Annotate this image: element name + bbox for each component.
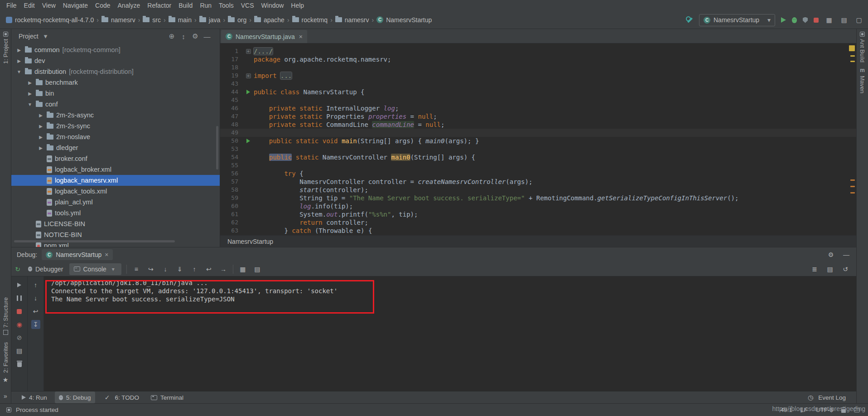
slot-resume[interactable] (15, 281, 24, 290)
line-number[interactable]: 55 (220, 161, 243, 169)
line-number[interactable]: 43 (220, 80, 243, 88)
line-number[interactable]: 62 (220, 218, 243, 227)
slot-trash[interactable] (15, 359, 24, 368)
tree-item-conf[interactable]: ▼conf (11, 99, 220, 110)
code-editor[interactable]: 1+/.../17package org.apache.rocketmq.nam… (220, 44, 856, 235)
debug-view-tab-debugger[interactable]: Debugger (24, 263, 68, 275)
stripe-button-maven[interactable]: mMaven (859, 67, 866, 93)
slot-up[interactable]: ↑ (31, 281, 40, 290)
code-line-59[interactable]: 59 String tip = "The Name Server boot su… (220, 194, 856, 202)
tree-item-dev[interactable]: ▶dev (11, 55, 220, 66)
menu-item-help[interactable]: Help (287, 1, 308, 10)
rerun-icon[interactable]: ↻ (13, 265, 22, 274)
stripe-button-1-project[interactable]: 1: Project (2, 32, 9, 64)
line-number[interactable]: 49 (220, 129, 243, 137)
line-number[interactable]: 58 (220, 186, 243, 194)
fold-gutter-icon[interactable]: + (243, 47, 254, 55)
tree-item-benchmark[interactable]: ▶benchmark (11, 77, 220, 88)
layout-icon[interactable]: ▤ (839, 15, 849, 24)
tree-collapse-icon[interactable]: ▼ (16, 69, 22, 74)
slot-mute[interactable]: ⊘ (15, 333, 24, 342)
tree-item-logback-tools-xml[interactable]: logback_tools.xml (11, 186, 220, 197)
line-number[interactable]: 46 (220, 104, 243, 112)
line-number[interactable]: 59 (220, 194, 243, 202)
tree-item-dledger[interactable]: ▶dledger (11, 142, 220, 153)
code-line-60[interactable]: 60 log.info(tip); (220, 202, 856, 210)
code-line-18[interactable]: 18 (220, 63, 856, 72)
code-line-17[interactable]: 17package org.apache.rocketmq.namesrv; (220, 55, 856, 63)
layout-icon[interactable]: ▤ (825, 265, 834, 274)
tree-expand-icon[interactable]: ▶ (16, 58, 22, 63)
line-number[interactable]: 45 (220, 96, 243, 104)
code-line-55[interactable]: 55 (220, 161, 856, 169)
line-number[interactable]: 56 (220, 169, 243, 178)
more-icon[interactable]: » (1, 392, 10, 401)
tree-item-logback-broker-xml[interactable]: logback_broker.xml (11, 164, 220, 175)
line-number[interactable]: 19 (220, 72, 243, 80)
code-line-58[interactable]: 58 start(controller); (220, 186, 856, 194)
evaluate-icon[interactable]: ▦ (238, 265, 247, 274)
menu-item-file[interactable]: File (3, 1, 20, 10)
tree-item-notice-bin[interactable]: NOTICE-BIN (11, 229, 220, 240)
code-line-49[interactable]: 49 (220, 129, 856, 137)
line-number[interactable]: 50 (220, 137, 243, 145)
debug-button[interactable] (792, 17, 797, 23)
line-number[interactable]: 61 (220, 210, 243, 218)
line-number[interactable]: 60 (220, 202, 243, 210)
grid2-icon[interactable]: ▤ (253, 265, 262, 274)
run-config-select[interactable]: C NamesrvStartup ▾ (699, 14, 775, 26)
tree-item-bin[interactable]: ▶bin (11, 88, 220, 99)
close-icon[interactable]: × (105, 251, 108, 258)
breadcrumb-item-main[interactable]: main (167, 16, 193, 24)
scroll-from-source-icon[interactable]: ↕ (179, 32, 188, 41)
code-line-50[interactable]: 50 public static void main(String[] args… (220, 137, 856, 145)
code-line-62[interactable]: 62 return controller; (220, 218, 856, 227)
tree-expand-icon[interactable]: ▶ (38, 124, 44, 129)
tree-item-plain-acl-yml[interactable]: plain_acl.yml (11, 197, 220, 208)
line-number[interactable]: 63 (220, 227, 243, 235)
tree-item-2m-2s-sync[interactable]: ▶2m-2s-sync (11, 121, 220, 131)
toolwindow-switcher-icon[interactable] (6, 407, 11, 412)
tree-item-2m-noslave[interactable]: ▶2m-noslave (11, 131, 220, 142)
line-number[interactable]: 48 (220, 121, 243, 129)
line-number[interactable]: 18 (220, 63, 243, 72)
breadcrumb-item-namesrvstartup[interactable]: CNamesrvStartup (375, 16, 433, 24)
chevron-down-icon[interactable]: ▾ (41, 32, 50, 41)
code-line-45[interactable]: 45 (220, 96, 856, 104)
menu-item-navigate[interactable]: Navigate (59, 1, 92, 10)
hide-panel-icon[interactable]: — (203, 32, 212, 41)
toolwindow-button-5-debug[interactable]: 5: Debug (55, 392, 95, 403)
code-line-56[interactable]: 56 try { (220, 169, 856, 178)
stripe-button-ant-build[interactable]: Ant Build (859, 32, 866, 63)
debug-console-output[interactable]: /opt/application/jdk1.8.0_11/bin/java ..… (44, 276, 856, 403)
code-line-54[interactable]: 54 public static NamesrvController main0… (220, 153, 856, 161)
breadcrumb-item-apache[interactable]: apache (253, 16, 286, 24)
slot-scrollend[interactable]: ↧ (31, 320, 40, 329)
menu-item-run[interactable]: Run (196, 1, 215, 10)
menu-item-build[interactable]: Build (175, 1, 196, 10)
project-horizontal-scrollbar[interactable] (14, 240, 175, 242)
code-line-48[interactable]: 48 private static CommandLine commandLin… (220, 121, 856, 129)
tree-expand-icon[interactable]: ▶ (27, 80, 33, 85)
menu-item-tools[interactable]: Tools (215, 1, 237, 10)
tree-expand-icon[interactable]: ▶ (38, 135, 44, 140)
setup-wrench-icon[interactable] (686, 16, 693, 24)
slot-softwrap[interactable]: ↩ (31, 307, 40, 316)
restore-icon[interactable]: ↺ (841, 265, 850, 274)
code-line-19[interactable]: 19+import ... (220, 72, 856, 80)
editor-tab[interactable]: C NamesrvStartup.java × (221, 30, 307, 43)
slot-stopicon[interactable] (15, 307, 24, 316)
menu-item-view[interactable]: View (39, 1, 59, 10)
tree-item-distribution[interactable]: ▼distribution [rocketmq-distribution] (11, 66, 220, 77)
fold-gutter-icon[interactable]: + (243, 72, 254, 80)
tree-expand-icon[interactable]: ▶ (38, 113, 44, 118)
line-number[interactable]: 1 (220, 47, 243, 55)
tree-item-logback-namesrv-xml[interactable]: logback_namesrv.xml (11, 175, 220, 186)
line-number[interactable]: 17 (220, 55, 243, 63)
coverage-button[interactable] (803, 17, 808, 23)
slot-viewbp[interactable]: ◉ (15, 320, 24, 329)
runcursor-icon[interactable]: → (219, 265, 228, 274)
toolwindow-button-4-run[interactable]: 4: Run (18, 392, 51, 403)
menu-item-refactor[interactable]: Refactor (144, 1, 175, 10)
code-line-61[interactable]: 61 System.out.printf("%s%n", tip); (220, 210, 856, 218)
